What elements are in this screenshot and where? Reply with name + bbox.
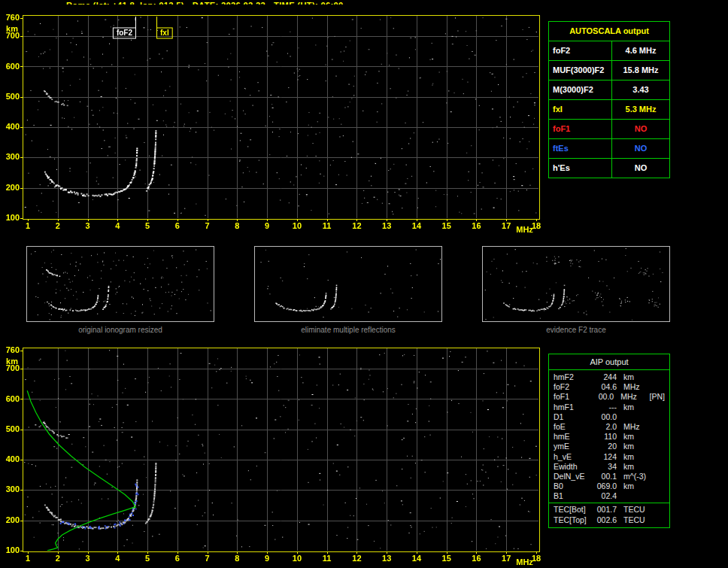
autoscala-row-value: 4.6 MHz [612,41,669,60]
panel-caption-eliminate: eliminate multiple reflections [254,326,442,334]
panel-original-ionogram [26,246,214,322]
aip-row-label: hmF2 [554,372,593,382]
autoscala-row: h'EsNO [549,159,669,178]
aip-tec-row: TEC[Top]002.6TECU [549,515,669,525]
aip-row-unit: km [617,372,651,382]
panel-caption-original: original ionogram resized [26,326,214,334]
autoscala-row-value: NO [612,120,669,138]
aip-row-value: 00.1 [593,472,617,481]
autoscala-window: Rome (lat: +41.8, lon: 012.5) - DATE: 20… [0,0,728,568]
aip-row-note [651,462,665,472]
aip-table-title: AIP output [549,354,669,370]
autoscala-row-value: 15.8 MHz [612,61,669,80]
aip-row-label: B1 [554,491,593,501]
autoscala-row-label: M(3000)F2 [549,80,612,99]
aip-row-label: foE [554,422,593,432]
aip-row-label: foF2 [554,382,593,392]
aip-row-unit: km [617,442,651,451]
aip-row-unit [617,412,651,422]
aip-row-note [651,432,665,442]
aip-row-value: 124 [593,452,617,462]
aip-row-value: 34 [593,462,617,472]
aip-row-note [651,442,665,451]
aip-row-note [651,422,665,432]
aip-row-unit: km [617,452,651,462]
aip-row-unit [617,491,651,501]
panel-caption-evidence: evidence F2 trace [482,326,670,334]
autoscala-row: ftEsNO [549,139,669,159]
aip-row-value: 2.0 [593,422,617,432]
panel-evidence-canvas [483,247,669,321]
aip-row-note [651,491,665,501]
top-ionogram-canvas [0,5,553,241]
aip-output-table: AIP output hmF2244kmfoF204.6MHzfoF100.0M… [548,354,670,528]
aip-row-note [651,382,665,392]
autoscala-row-label: foF2 [549,41,612,60]
autoscala-row-value: NO [612,159,669,178]
panel-evidence-f2 [482,246,670,322]
aip-row-label: B0 [554,481,593,491]
aip-row-value: 02.4 [593,491,617,501]
aip-row: hmF2244km [549,372,669,382]
aip-row: D100.0 [549,412,669,422]
aip-tec-row-label: TEC[Bot] [554,505,593,515]
aip-row-label: ymE [554,442,593,451]
autoscala-row: fxI5.3 MHz [549,100,669,120]
aip-row-unit: km [617,402,651,412]
aip-row: foF100.0MHz[PN] [549,392,669,402]
autoscala-row-value: NO [612,139,669,158]
aip-row: B0069.0km [549,481,669,491]
aip-row: hmE110km [549,432,669,442]
aip-row-unit: km [617,481,651,491]
autoscala-table-body: foF24.6 MHzMUF(3000)F215.8 MHzM(3000)F23… [549,41,669,178]
aip-row-value: 00.0 [591,392,614,402]
aip-row-value: 04.6 [593,382,617,392]
autoscala-row-value: 5.3 MHz [612,100,669,119]
aip-row-unit: MHz [614,392,646,402]
aip-row-note [651,402,665,412]
aip-row-label: foF1 [554,392,591,402]
aip-tec-row-note [651,505,665,515]
aip-row-value: 00.0 [593,412,617,422]
aip-row: hmF1---km [549,402,669,412]
aip-row-note: [PN] [647,392,665,402]
aip-row-note [651,412,665,422]
autoscala-table-title: AUTOSCALA output [549,22,669,41]
aip-row-label: Ewidth [554,462,593,472]
aip-tec-row: TEC[Bot]001.7TECU [549,505,669,515]
aip-table-body: hmF2244kmfoF204.6MHzfoF100.0MHz[PN]hmF1-… [549,372,669,501]
aip-row: foF204.6MHz [549,382,669,392]
aip-row: ymE20km [549,442,669,451]
aip-tec-row-note [651,515,665,525]
aip-row-unit: km [617,432,651,442]
aip-row: B102.4 [549,491,669,501]
aip-row-note [651,372,665,382]
aip-tec-row-unit: TECU [617,515,651,525]
aip-row: foE2.0MHz [549,422,669,432]
aip-row-value: 244 [593,372,617,382]
aip-row-label: DelN_vE [554,472,593,481]
aip-row-label: hmE [554,432,593,442]
autoscala-row: foF24.6 MHz [549,41,669,61]
aip-row: Ewidth34km [549,462,669,472]
aip-row-value: --- [593,402,617,412]
aip-row-value: 069.0 [593,481,617,491]
autoscala-output-table: AUTOSCALA output foF24.6 MHzMUF(3000)F21… [548,21,670,178]
autoscala-row: MUF(3000)F215.8 MHz [549,61,669,80]
aip-row-unit: km [617,462,651,472]
panel-original-canvas [27,247,214,321]
aip-row-note [651,452,665,462]
aip-tec-separator [549,503,669,503]
aip-tec-row-value: 001.7 [593,505,617,515]
bottom-ionogram-canvas [0,339,553,568]
autoscala-row-value: 3.43 [612,80,669,99]
aip-row: h_vE124km [549,452,669,462]
aip-tec-body: TEC[Bot]001.7TECUTEC[Top]002.6TECU [549,505,669,524]
panel-eliminate-reflections [254,246,442,322]
aip-row-note [651,481,665,491]
aip-row-value: 20 [593,442,617,451]
aip-row: DelN_vE00.1m^(-3) [549,472,669,481]
aip-row-value: 110 [593,432,617,442]
autoscala-row-label: h'Es [549,159,612,178]
autoscala-row: foF1NO [549,120,669,139]
